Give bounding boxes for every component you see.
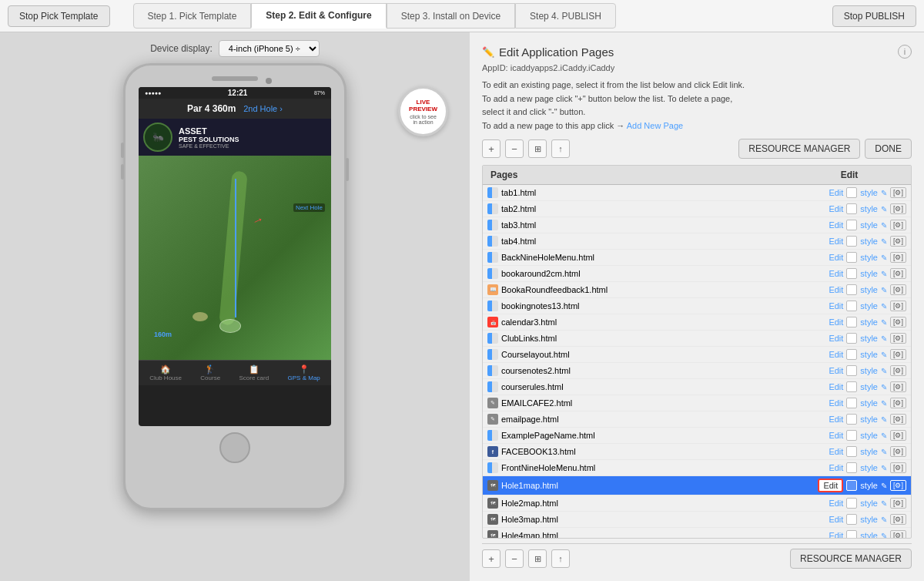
remove-page-button[interactable]: − (505, 139, 524, 158)
style-link[interactable]: style (860, 301, 878, 311)
table-row[interactable]: ExamplePageName.html Edit style✎[⚙] (483, 428, 911, 444)
gear-settings[interactable]: [⚙] (890, 203, 906, 214)
gear-settings[interactable]: [⚙] (890, 430, 906, 441)
edit-checkbox[interactable] (846, 446, 857, 457)
style-pencil-icon[interactable]: ✎ (881, 254, 887, 262)
edit-link[interactable]: Edit (829, 253, 843, 262)
resource-manager-bottom-button[interactable]: RESOURCE MANAGER (790, 549, 912, 569)
table-row[interactable]: ✎ EMAILCAFE2.html Edit style✎[⚙] (483, 395, 911, 411)
style-pencil-icon[interactable]: ✎ (881, 432, 887, 440)
edit-checkbox[interactable] (846, 480, 857, 491)
edit-checkbox[interactable] (846, 349, 857, 360)
style-link[interactable]: style (860, 285, 878, 294)
gear-settings[interactable]: [⚙] (890, 514, 906, 525)
style-pencil-icon[interactable]: ✎ (881, 270, 887, 278)
edit-checkbox[interactable] (846, 203, 857, 214)
edit-link[interactable]: Edit (829, 382, 843, 391)
info-button[interactable]: i (898, 45, 912, 59)
gear-settings[interactable]: [⚙] (890, 268, 906, 279)
style-link[interactable]: style (860, 188, 878, 197)
course-tab[interactable]: 🏌 Course (200, 364, 220, 381)
table-row[interactable]: tab4.html Edit style✎[⚙] (483, 233, 911, 250)
style-pencil-icon[interactable]: ✎ (881, 351, 887, 359)
style-link[interactable]: style (860, 366, 878, 375)
style-link[interactable]: style (860, 220, 878, 230)
edit-link[interactable]: Edit (829, 366, 843, 375)
edit-link[interactable]: Edit (829, 334, 843, 343)
step2-button[interactable]: Step 2. Edit & Configure (251, 3, 386, 29)
table-row[interactable]: BackNineHoleMenu.html Edit style✎[⚙] (483, 250, 911, 266)
edit-checkbox[interactable] (846, 414, 857, 425)
scorecard-tab[interactable]: 📋 Score card (239, 364, 270, 381)
home-button[interactable] (219, 432, 250, 463)
style-link[interactable]: style (860, 398, 878, 408)
edit-checkbox[interactable] (846, 220, 857, 230)
grid-bottom-button[interactable]: ⊞ (528, 549, 547, 568)
gear-settings[interactable]: [⚙] (890, 187, 906, 198)
style-link[interactable]: style (860, 350, 878, 359)
style-link[interactable]: style (860, 253, 878, 262)
table-row[interactable]: bookaround2cm.html Edit style✎[⚙] (483, 266, 911, 282)
edit-checkbox[interactable] (846, 317, 857, 327)
club-house-tab[interactable]: 🏠 Club House (149, 364, 182, 381)
table-row[interactable]: tab3.html Edit style✎[⚙] (483, 217, 911, 233)
style-pencil-icon[interactable]: ✎ (881, 318, 887, 327)
style-pencil-icon[interactable]: ✎ (881, 482, 887, 490)
style-pencil-icon[interactable]: ✎ (881, 532, 887, 539)
edit-link[interactable]: Edit (829, 237, 843, 246)
edit-link[interactable]: Edit (829, 204, 843, 213)
style-pencil-icon[interactable]: ✎ (881, 464, 887, 472)
style-link[interactable]: style (860, 204, 878, 213)
edit-link[interactable]: Edit (829, 499, 843, 508)
table-row[interactable]: FrontNineHoleMenu.html Edit style✎[⚙] (483, 460, 911, 476)
gear-settings[interactable]: [⚙] (890, 349, 906, 360)
table-row[interactable]: coursenotes2.html Edit style✎[⚙] (483, 363, 911, 379)
edit-checkbox[interactable] (846, 236, 857, 247)
edit-checkbox[interactable] (846, 498, 857, 509)
table-row[interactable]: bookingnotes13.html Edit style✎[⚙] (483, 298, 911, 314)
edit-checkbox[interactable] (846, 187, 857, 198)
table-row[interactable]: 🗺 Hole2map.html Edit style✎[⚙] (483, 495, 911, 512)
step1-button[interactable]: Step 1. Pick Template (133, 3, 252, 29)
style-link[interactable]: style (860, 269, 878, 278)
edit-link[interactable]: Edit (829, 285, 843, 294)
style-link[interactable]: style (860, 415, 878, 424)
style-link[interactable]: style (860, 531, 878, 539)
edit-checkbox[interactable] (846, 530, 857, 539)
table-row[interactable]: 🗺 Hole4map.html Edit style✎[⚙] (483, 528, 911, 539)
gear-settings[interactable]: [⚙] (890, 414, 906, 425)
style-pencil-icon[interactable]: ✎ (881, 383, 887, 391)
style-pencil-icon[interactable]: ✎ (881, 516, 887, 524)
style-link[interactable]: style (860, 237, 878, 246)
edit-link[interactable]: Edit (829, 398, 843, 408)
edit-link[interactable]: Edit (829, 463, 843, 472)
add-page-bottom-button[interactable]: + (482, 549, 500, 568)
edit-link[interactable]: Edit (829, 269, 843, 278)
style-link[interactable]: style (860, 447, 878, 456)
device-select[interactable]: 4-inch (iPhone 5) ÷ (219, 40, 320, 57)
live-preview-badge[interactable]: LIVEPREVIEW click to seein action (398, 86, 448, 136)
style-link[interactable]: style (860, 334, 878, 343)
stop-pick-button[interactable]: Stop Pick Template (8, 5, 110, 27)
gear-settings[interactable]: [⚙] (890, 236, 906, 247)
gps-map-tab[interactable]: 📍 GPS & Map (288, 364, 320, 381)
edit-checkbox[interactable] (846, 301, 857, 311)
gear-settings[interactable]: [⚙] (890, 498, 906, 509)
add-new-page-link[interactable]: Add New Page (627, 121, 683, 130)
gear-settings[interactable]: [⚙] (890, 365, 906, 376)
style-pencil-icon[interactable]: ✎ (881, 499, 887, 508)
edit-checkbox[interactable] (846, 514, 857, 525)
gear-settings[interactable]: [⚙] (890, 252, 906, 263)
style-link[interactable]: style (860, 481, 878, 490)
edit-link[interactable]: Edit (829, 317, 843, 327)
style-pencil-icon[interactable]: ✎ (881, 221, 887, 230)
edit-link[interactable]: Edit (829, 515, 843, 524)
style-pencil-icon[interactable]: ✎ (881, 286, 887, 294)
remove-page-bottom-button[interactable]: − (505, 549, 524, 568)
edit-checkbox[interactable] (846, 381, 857, 392)
edit-link[interactable]: Edit (829, 188, 843, 197)
style-link[interactable]: style (860, 382, 878, 391)
style-pencil-icon[interactable]: ✎ (881, 189, 887, 197)
style-pencil-icon[interactable]: ✎ (881, 415, 887, 424)
style-link[interactable]: style (860, 515, 878, 524)
